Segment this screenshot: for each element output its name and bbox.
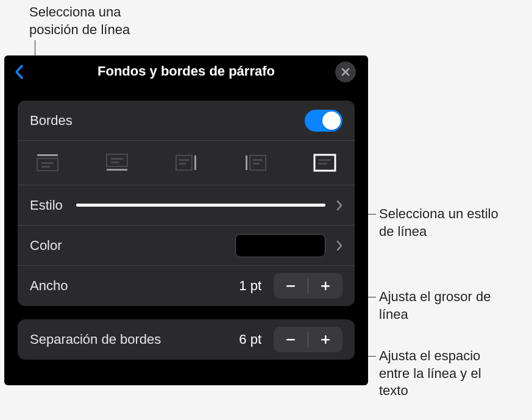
- color-row[interactable]: Color: [18, 226, 355, 266]
- border-position-right[interactable]: [174, 152, 199, 174]
- color-swatch[interactable]: [235, 234, 325, 257]
- border-position-row: [18, 141, 355, 185]
- borders-background-panel: Fondos y bordes de párrafo Bordes: [4, 55, 368, 385]
- width-stepper: [274, 273, 342, 299]
- chevron-right-icon: [336, 240, 342, 251]
- plus-icon: [319, 333, 332, 346]
- width-value: 1 pt: [239, 278, 261, 294]
- style-preview: [76, 204, 325, 207]
- borders-toggle-row: Bordes: [18, 101, 355, 141]
- offset-label: Separación de bordes: [30, 332, 161, 347]
- callout-style: Selecciona un estilo de línea: [379, 205, 501, 240]
- back-button[interactable]: [14, 64, 24, 82]
- width-increment[interactable]: [308, 273, 342, 299]
- offset-section: Separación de bordes 6 pt: [18, 319, 355, 360]
- svg-rect-6: [111, 162, 119, 163]
- svg-rect-17: [319, 159, 331, 161]
- svg-rect-15: [253, 163, 260, 165]
- callout-offset: Ajusta el espacio entre la línea y el te…: [379, 347, 513, 400]
- svg-rect-11: [194, 155, 196, 170]
- border-position-bottom[interactable]: [104, 152, 130, 174]
- offset-decrement[interactable]: [274, 327, 308, 352]
- svg-rect-22: [286, 339, 295, 341]
- minus-icon: [285, 280, 297, 292]
- border-all-icon: [312, 152, 338, 174]
- border-left-icon: [243, 152, 268, 174]
- toggle-knob: [322, 112, 341, 130]
- svg-rect-0: [37, 154, 58, 156]
- borders-label: Bordes: [30, 113, 73, 129]
- borders-toggle[interactable]: [305, 110, 342, 132]
- border-right-icon: [174, 152, 199, 174]
- svg-rect-3: [41, 166, 50, 168]
- border-position-top[interactable]: [35, 152, 60, 174]
- svg-rect-19: [286, 285, 295, 287]
- offset-row: Separación de bordes 6 pt: [18, 319, 355, 360]
- panel-header: Fondos y bordes de párrafo: [4, 55, 368, 87]
- width-label: Ancho: [30, 278, 68, 294]
- border-position-left[interactable]: [243, 152, 268, 174]
- minus-icon: [285, 333, 297, 346]
- svg-rect-12: [246, 155, 247, 170]
- svg-rect-24: [325, 335, 327, 344]
- offset-increment[interactable]: [308, 327, 342, 352]
- plus-icon: [319, 280, 332, 292]
- panel-title: Fondos y bordes de párrafo: [98, 63, 275, 79]
- border-top-icon: [35, 152, 60, 174]
- close-icon: [341, 67, 350, 77]
- svg-rect-2: [41, 162, 54, 164]
- svg-rect-5: [111, 158, 123, 160]
- style-row[interactable]: Estilo: [18, 185, 355, 226]
- svg-rect-18: [319, 163, 327, 165]
- svg-rect-4: [107, 154, 127, 166]
- callout-position: Selecciona una posición de línea: [29, 4, 151, 38]
- svg-rect-7: [107, 169, 127, 171]
- callout-width: Ajusta el grosor de línea: [379, 288, 507, 323]
- borders-section: Bordes: [18, 101, 355, 306]
- width-row: Ancho 1 pt: [18, 266, 355, 306]
- svg-rect-21: [325, 282, 327, 290]
- close-button[interactable]: [335, 62, 356, 82]
- chevron-left-icon: [14, 64, 24, 80]
- style-label: Estilo: [30, 198, 63, 213]
- svg-rect-9: [179, 159, 189, 161]
- offset-stepper: [274, 327, 342, 352]
- offset-value: 6 pt: [239, 332, 261, 347]
- chevron-right-icon: [336, 200, 342, 211]
- border-bottom-icon: [104, 152, 130, 174]
- svg-rect-14: [253, 159, 263, 161]
- border-position-all[interactable]: [312, 152, 338, 174]
- width-decrement[interactable]: [274, 273, 308, 299]
- color-label: Color: [30, 238, 62, 254]
- svg-rect-10: [179, 163, 186, 165]
- svg-rect-1: [37, 158, 58, 171]
